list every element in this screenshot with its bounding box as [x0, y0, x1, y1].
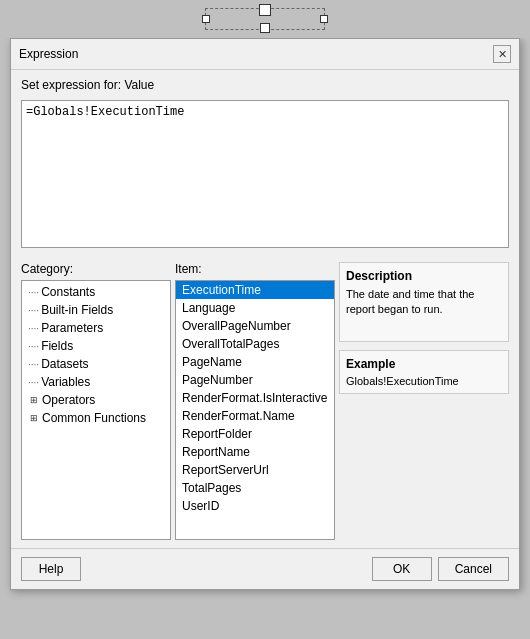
- item-list[interactable]: ExecutionTime Language OverallPageNumber…: [175, 280, 335, 540]
- close-button[interactable]: ✕: [493, 45, 511, 63]
- item-reportname[interactable]: ReportName: [176, 443, 334, 461]
- category-list[interactable]: ···· Constants ···· Built-in Fields ····…: [21, 280, 171, 540]
- category-item-label: Constants: [41, 285, 95, 299]
- description-title: Description: [346, 269, 502, 283]
- dialog-titlebar: Expression ✕: [11, 39, 519, 70]
- footer-right: OK Cancel: [372, 557, 509, 581]
- lower-section: Category: ···· Constants ···· Built-in F…: [11, 256, 519, 546]
- category-item-label: Operators: [42, 393, 95, 407]
- item-renderformat-name[interactable]: RenderFormat.Name: [176, 407, 334, 425]
- item-renderformat-isinteractive[interactable]: RenderFormat.IsInteractive: [176, 389, 334, 407]
- resize-dot-right: [320, 15, 328, 23]
- category-item-builtin[interactable]: ···· Built-in Fields: [24, 301, 168, 319]
- item-totalpages[interactable]: TotalPages: [176, 479, 334, 497]
- item-pagenumber[interactable]: PageNumber: [176, 371, 334, 389]
- item-overallpagenumber[interactable]: OverallPageNumber: [176, 317, 334, 335]
- expression-textarea[interactable]: [21, 100, 509, 248]
- category-item-label: Parameters: [41, 321, 103, 335]
- item-executiontime[interactable]: ExecutionTime: [176, 281, 334, 299]
- item-panel: Item: ExecutionTime Language OverallPage…: [175, 262, 335, 540]
- category-item-variables[interactable]: ···· Variables: [24, 373, 168, 391]
- resize-handle[interactable]: [205, 8, 325, 30]
- item-overalltotalpages[interactable]: OverallTotalPages: [176, 335, 334, 353]
- category-item-constants[interactable]: ···· Constants: [24, 283, 168, 301]
- dialog-title: Expression: [19, 47, 78, 61]
- description-box: Description The date and time that the r…: [339, 262, 509, 342]
- dots-icon: ····: [28, 359, 39, 370]
- dots-icon: ····: [28, 323, 39, 334]
- example-box: Example Globals!ExecutionTime: [339, 350, 509, 394]
- item-reportserverurl[interactable]: ReportServerUrl: [176, 461, 334, 479]
- expander-icon: ⊞: [28, 394, 40, 406]
- category-item-label: Fields: [41, 339, 73, 353]
- example-text: Globals!ExecutionTime: [346, 375, 502, 387]
- top-bar: [0, 0, 530, 38]
- description-text: The date and time that the report began …: [346, 287, 502, 318]
- item-pagename[interactable]: PageName: [176, 353, 334, 371]
- category-item-fields[interactable]: ···· Fields: [24, 337, 168, 355]
- item-label: Item:: [175, 262, 335, 276]
- category-item-label: Datasets: [41, 357, 88, 371]
- expression-dialog: Expression ✕ Set expression for: Value C…: [10, 38, 520, 590]
- dots-icon: ····: [28, 287, 39, 298]
- description-panel: Description The date and time that the r…: [339, 262, 509, 540]
- dots-icon: ····: [28, 377, 39, 388]
- example-title: Example: [346, 357, 502, 371]
- resize-dot-left: [202, 15, 210, 23]
- expression-label: Set expression for: Value: [21, 78, 509, 92]
- ok-button[interactable]: OK: [372, 557, 432, 581]
- category-item-operators[interactable]: ⊞ Operators: [24, 391, 168, 409]
- dialog-footer: Help OK Cancel: [11, 548, 519, 589]
- category-item-label: Common Functions: [42, 411, 146, 425]
- category-item-label: Built-in Fields: [41, 303, 113, 317]
- dots-icon: ····: [28, 341, 39, 352]
- category-item-parameters[interactable]: ···· Parameters: [24, 319, 168, 337]
- category-item-label: Variables: [41, 375, 90, 389]
- cancel-button[interactable]: Cancel: [438, 557, 509, 581]
- item-userid[interactable]: UserID: [176, 497, 334, 515]
- expander-icon: ⊞: [28, 412, 40, 424]
- item-reportfolder[interactable]: ReportFolder: [176, 425, 334, 443]
- item-language[interactable]: Language: [176, 299, 334, 317]
- category-item-datasets[interactable]: ···· Datasets: [24, 355, 168, 373]
- dialog-content: Set expression for: Value: [11, 70, 519, 256]
- category-item-common-functions[interactable]: ⊞ Common Functions: [24, 409, 168, 427]
- help-button[interactable]: Help: [21, 557, 81, 581]
- category-panel: Category: ···· Constants ···· Built-in F…: [21, 262, 171, 540]
- category-label: Category:: [21, 262, 171, 276]
- dots-icon: ····: [28, 305, 39, 316]
